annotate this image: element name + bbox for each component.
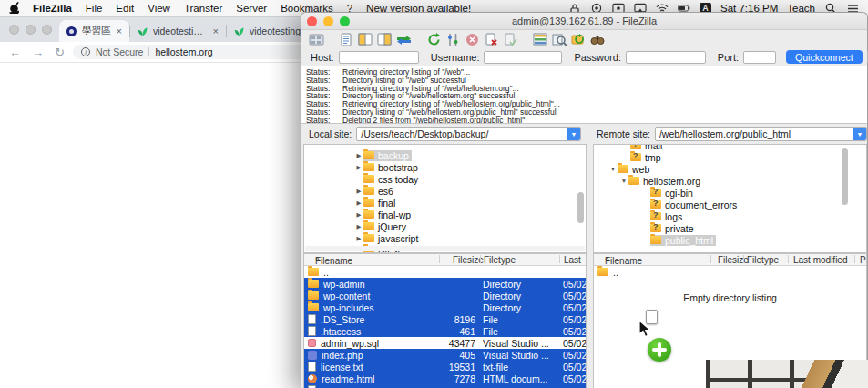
col-filetype[interactable]: Filetype — [484, 255, 516, 265]
expand-arrow-icon[interactable] — [354, 152, 363, 159]
local-site-select[interactable]: /Users/teach/Desktop/backup/ ▼ — [356, 127, 581, 141]
remote-tree-item[interactable]: public_html — [594, 234, 866, 246]
menu-filezilla[interactable]: FileZilla — [33, 3, 72, 14]
menu-server[interactable]: Server — [236, 3, 267, 14]
local-tree-item[interactable]: backup — [354, 149, 586, 161]
local-tree-hscroll-track[interactable] — [305, 246, 585, 251]
folder-icon — [363, 175, 374, 183]
php-file-icon — [308, 351, 317, 360]
file-row[interactable]: readme.html7278HTML docum...05/02/ — [304, 373, 586, 384]
tab1-close-icon[interactable]: × — [117, 26, 122, 36]
reconnect-button[interactable] — [502, 32, 518, 47]
process-queue-button[interactable] — [444, 32, 461, 47]
menu-file[interactable]: File — [86, 3, 103, 14]
disconnect-button[interactable] — [483, 32, 499, 47]
remote-tree-item[interactable]: private — [594, 222, 866, 234]
chevron-down-icon[interactable]: ▼ — [853, 128, 866, 140]
remote-tree-item[interactable]: hellostem.org — [594, 175, 866, 187]
question-folder-icon — [650, 200, 661, 209]
remote-site-select[interactable]: /web/hellostem.org/public_html ▼ — [655, 127, 867, 141]
local-tree-item[interactable]: javascript — [354, 232, 586, 244]
expand-arrow-icon[interactable] — [354, 235, 363, 242]
file-row[interactable]: wp-contentDirectory05/02/ — [304, 290, 586, 301]
password-input[interactable] — [626, 51, 706, 64]
file-row[interactable]: .DS_Store8196File05/02/ — [304, 313, 586, 325]
html-file-icon — [308, 374, 317, 383]
filter-button[interactable] — [532, 32, 548, 47]
file-row[interactable]: index.php405Visual Studio ...05/02/ — [304, 349, 586, 361]
expand-arrow-icon[interactable] — [354, 164, 363, 171]
file-row[interactable]: wp-adminDirectory05/02/ — [304, 278, 586, 290]
filezilla-title-bar[interactable]: admin@139.162.61.89 - FileZilla — [301, 13, 867, 30]
omnibox[interactable]: i Not Secure hellostem.org — [73, 45, 309, 59]
remote-tree-item[interactable]: document_errors — [594, 199, 866, 210]
remote-tree-item[interactable]: cgi-bin — [594, 187, 866, 199]
site-info-icon[interactable]: i — [81, 47, 90, 56]
port-input[interactable] — [743, 51, 776, 64]
col-filetype[interactable]: Filetype — [747, 255, 779, 265]
expand-arrow-icon[interactable] — [354, 188, 363, 195]
local-tree-item[interactable]: bootstrap — [354, 161, 586, 173]
tab1-title: 學習區 — [82, 25, 111, 37]
file-row[interactable]: admin_wp.sql43477Visual Studio ...05/02/ — [304, 337, 586, 349]
question-folder-icon — [630, 153, 641, 161]
collapse-arrow-icon[interactable] — [608, 166, 618, 172]
apple-menu-icon[interactable] — [9, 2, 19, 15]
menu-view[interactable]: View — [148, 3, 170, 14]
reload-icon[interactable]: ↻ — [55, 46, 65, 59]
col-last-modified[interactable]: Last modified — [793, 255, 847, 265]
expand-arrow-icon[interactable] — [354, 211, 363, 219]
directory-comparison-button[interactable] — [551, 32, 567, 47]
col-filesize[interactable]: Filesize — [453, 255, 484, 265]
folder-icon — [618, 165, 628, 173]
file-row[interactable]: license.txt19531txt-file05/02/ — [304, 361, 586, 373]
remote-tree-scrollbar[interactable] — [842, 148, 848, 205]
host-input[interactable] — [339, 51, 419, 64]
tab2-close-icon[interactable]: × — [213, 26, 219, 36]
expand-arrow-icon[interactable] — [354, 199, 363, 207]
remote-tree-item[interactable]: mail — [594, 144, 866, 151]
browser-tab-3[interactable]: videotesting — [227, 20, 308, 42]
chevron-down-icon[interactable]: ▼ — [567, 128, 580, 140]
local-tree-item[interactable]: jQuery — [354, 220, 586, 232]
sort-asc-icon: ^ — [315, 256, 320, 266]
file-row[interactable]: .. — [594, 266, 866, 278]
browser-zoom-button[interactable] — [42, 25, 52, 35]
back-icon[interactable]: ← — [9, 46, 21, 59]
synchronized-browsing-button[interactable] — [570, 32, 587, 47]
local-tree-item[interactable]: final — [354, 197, 586, 209]
toggle-remote-pane-button[interactable] — [376, 32, 393, 47]
file-row[interactable]: .. — [304, 266, 586, 278]
browser-minimize-button[interactable] — [26, 25, 36, 35]
browser-close-button[interactable] — [9, 25, 19, 35]
local-tree-item[interactable]: css today — [354, 173, 586, 185]
find-files-button[interactable] — [589, 32, 606, 47]
local-tree-item[interactable]: final-wp — [354, 209, 586, 220]
col-permissions[interactable]: Perm — [860, 255, 867, 265]
username-input[interactable] — [484, 51, 562, 64]
file-row[interactable]: .htaccess461File05/02/ — [304, 325, 586, 337]
local-tree-item[interactable]: es6 — [354, 185, 586, 197]
cancel-operation-button[interactable] — [464, 32, 480, 47]
toggle-queue-button[interactable] — [395, 32, 412, 47]
refresh-button[interactable] — [425, 32, 442, 47]
browser-tab-2[interactable]: videotesting - S × — [130, 20, 226, 42]
toggle-log-button[interactable] — [338, 32, 354, 47]
menu-edit[interactable]: Edit — [116, 3, 134, 14]
site-manager-button[interactable] — [308, 32, 324, 47]
collapse-arrow-icon[interactable] — [619, 178, 628, 184]
menu-transfer[interactable]: Transfer — [184, 3, 222, 14]
toggle-local-pane-button[interactable] — [357, 32, 373, 47]
remote-tree-item[interactable]: tmp — [594, 151, 866, 163]
file-row[interactable] — [304, 384, 586, 388]
file-row[interactable]: wp-includesDirectory05/02/ — [304, 301, 586, 313]
browser-tab-1[interactable]: 學習區 × — [59, 20, 129, 42]
quickconnect-button[interactable]: Quickconnect — [786, 50, 863, 64]
tab2-favicon — [138, 26, 148, 36]
expand-arrow-icon[interactable] — [354, 223, 363, 230]
remote-tree-item[interactable]: web — [594, 163, 866, 175]
local-tree-scrollbar[interactable] — [577, 192, 584, 223]
remote-tree-item[interactable]: logs — [594, 210, 866, 222]
forward-icon[interactable]: → — [32, 46, 44, 59]
username-label: Username: — [431, 52, 480, 63]
